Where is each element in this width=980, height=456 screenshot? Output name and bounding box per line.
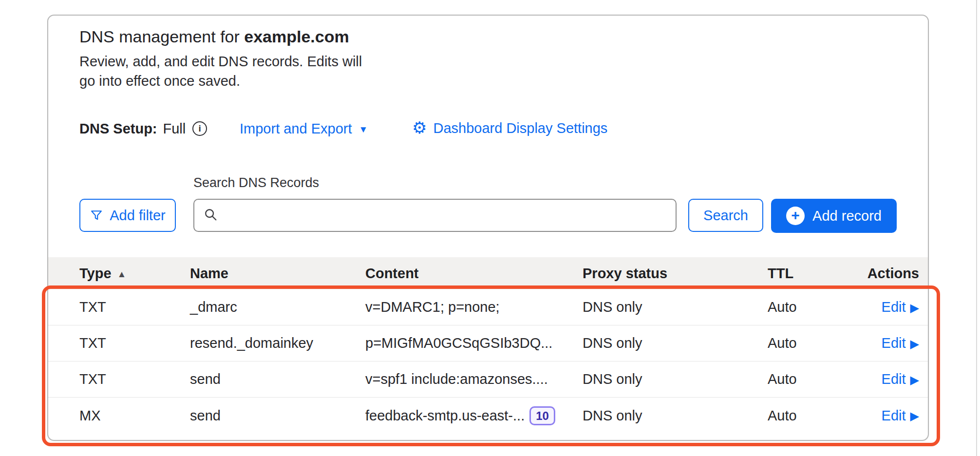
edit-record-link[interactable]: Edit▶ (860, 371, 919, 387)
search-button-label: Search (703, 208, 748, 224)
table-row: TXT _dmarc v=DMARC1; p=none; DNS only Au… (48, 289, 928, 325)
dns-setup-row: DNS Setup: Full i (79, 118, 207, 139)
page-title: DNS management for example.com (79, 26, 349, 47)
plus-icon: + (786, 207, 805, 225)
search-button[interactable]: Search (688, 199, 763, 232)
page-subtitle-line2: go into effect once saved. (79, 71, 362, 91)
edit-record-link[interactable]: Edit▶ (860, 408, 919, 424)
dns-management-card: DNS management for example.com Review, a… (47, 15, 929, 441)
chevron-right-icon: ▶ (910, 409, 919, 423)
cell-ttl: Auto (768, 299, 860, 315)
cell-content: feedback-smtp.us-east-...10 (365, 406, 583, 425)
column-header-type[interactable]: Type▲ (79, 266, 190, 282)
cell-type: TXT (79, 299, 190, 315)
edit-record-link[interactable]: Edit▶ (860, 335, 919, 351)
chevron-right-icon: ▶ (910, 301, 919, 315)
add-record-button[interactable]: + Add record (771, 199, 897, 233)
edit-record-link[interactable]: Edit▶ (860, 299, 919, 315)
dashboard-display-settings-link[interactable]: ⚙ Dashboard Display Settings (412, 117, 607, 139)
column-header-proxy-status: Proxy status (583, 266, 768, 282)
search-input[interactable] (224, 208, 667, 223)
info-icon[interactable]: i (192, 121, 207, 136)
cell-proxy-status: DNS only (583, 299, 768, 315)
table-row: TXT resend._domainkey p=MIGfMA0GCSqGSIb3… (48, 325, 928, 361)
column-header-ttl: TTL (768, 266, 860, 282)
column-header-name: Name (190, 266, 365, 282)
cell-name: send (190, 408, 365, 424)
chevron-right-icon: ▶ (910, 373, 919, 387)
dashboard-display-settings-label: Dashboard Display Settings (433, 120, 607, 136)
page-title-domain: example.com (244, 27, 349, 46)
cell-proxy-status: DNS only (583, 408, 768, 424)
column-header-actions: Actions (860, 266, 919, 282)
sort-ascending-icon: ▲ (117, 269, 127, 280)
priority-badge: 10 (529, 406, 555, 425)
cell-content: v=DMARC1; p=none; (365, 299, 583, 315)
add-filter-button[interactable]: Add filter (79, 199, 176, 232)
table-row: MX send feedback-smtp.us-east-...10 DNS … (48, 398, 928, 434)
search-field-label: Search DNS Records (193, 175, 319, 190)
cell-ttl: Auto (768, 371, 860, 387)
import-export-dropdown[interactable]: Import and Export ▼ (240, 118, 368, 139)
page-subtitle-line1: Review, add, and edit DNS records. Edits… (79, 52, 362, 71)
column-header-content: Content (365, 266, 583, 282)
filter-funnel-icon (90, 209, 103, 222)
dns-setup-value: Full (163, 121, 186, 137)
cell-ttl: Auto (768, 408, 860, 424)
table-header: Type▲ Name Content Proxy status TTL Acti… (48, 257, 928, 289)
dns-management-page: DNS management for example.com Review, a… (0, 0, 980, 456)
import-export-label: Import and Export (240, 121, 352, 137)
cell-content: p=MIGfMA0GCSqGSIb3DQ... (365, 335, 583, 351)
search-box (193, 199, 677, 232)
page-subtitle: Review, add, and edit DNS records. Edits… (79, 52, 362, 91)
gear-icon: ⚙ (412, 119, 427, 136)
cell-type: TXT (79, 335, 190, 351)
table-row: TXT send v=spf1 include:amazonses.... DN… (48, 361, 928, 398)
search-icon (203, 207, 218, 224)
page-title-prefix: DNS management for (79, 27, 244, 46)
cell-type: MX (79, 408, 190, 424)
cell-name: _dmarc (190, 299, 365, 315)
dns-records-table: TXT _dmarc v=DMARC1; p=none; DNS only Au… (48, 289, 928, 434)
cell-name: send (190, 371, 365, 387)
cell-proxy-status: DNS only (583, 335, 768, 351)
cell-type: TXT (79, 371, 190, 387)
cell-ttl: Auto (768, 335, 860, 351)
cell-content: v=spf1 include:amazonses.... (365, 371, 583, 387)
cell-proxy-status: DNS only (583, 371, 768, 387)
chevron-down-icon: ▼ (359, 124, 368, 135)
add-record-label: Add record (812, 208, 882, 224)
cell-name: resend._domainkey (190, 335, 365, 351)
add-filter-label: Add filter (110, 208, 165, 224)
chevron-right-icon: ▶ (910, 337, 919, 351)
viewport-right-edge (976, 0, 977, 456)
dns-setup-label: DNS Setup: (79, 121, 157, 137)
